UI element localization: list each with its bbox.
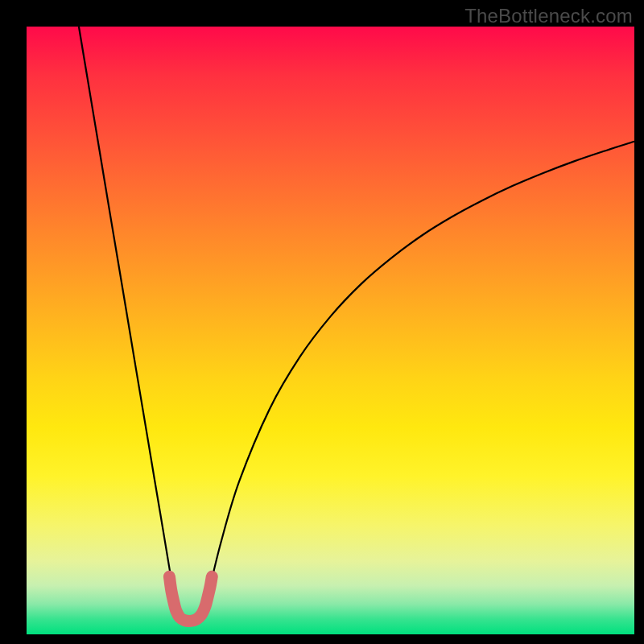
series-trough-highlight xyxy=(169,576,212,621)
chart-frame: TheBottleneck.com xyxy=(0,0,644,644)
series-left-branch xyxy=(79,27,176,609)
series-right-branch xyxy=(205,142,634,609)
watermark-text: TheBottleneck.com xyxy=(464,5,633,27)
chart-curves xyxy=(0,0,644,644)
